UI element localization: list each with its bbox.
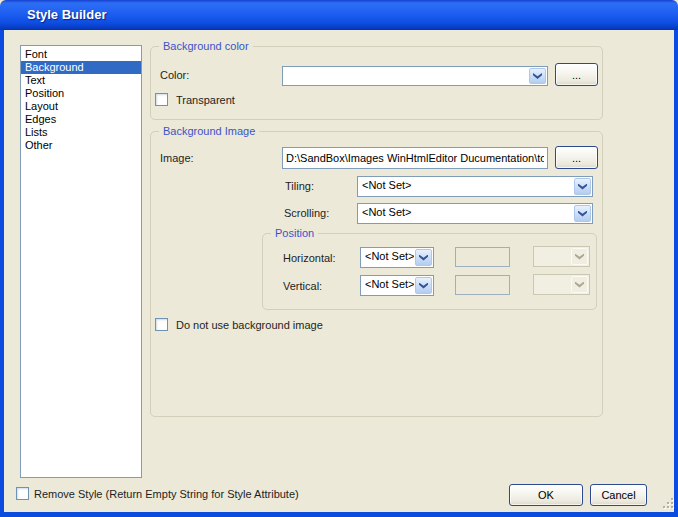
scrolling-combobox[interactable]: <Not Set> — [357, 203, 593, 224]
sidebar-item-edges[interactable]: Edges — [21, 113, 141, 126]
color-label: Color: — [160, 68, 189, 82]
no-background-image-checkbox[interactable] — [155, 318, 168, 331]
position-group: Position — [262, 233, 597, 310]
chevron-down-icon — [578, 211, 587, 217]
image-path-input[interactable] — [282, 147, 548, 169]
horizontal-unit-combobox[interactable] — [533, 246, 590, 267]
tiling-label: Tiling: — [285, 179, 314, 193]
chevron-down-icon — [575, 254, 584, 260]
remove-style-label: Remove Style (Return Empty String for St… — [34, 487, 299, 501]
window-border-bottom — [0, 512, 678, 517]
horizontal-value-input[interactable] — [455, 247, 510, 267]
window-border-right — [674, 30, 678, 517]
sidebar-item-layout[interactable]: Layout — [21, 100, 141, 113]
sidebar-item-other[interactable]: Other — [21, 139, 141, 152]
vertical-value-input[interactable] — [455, 275, 510, 295]
horizontal-label: Horizontal: — [283, 251, 336, 265]
sidebar-item-font[interactable]: Font — [21, 48, 141, 61]
color-dropdown-button[interactable] — [529, 68, 546, 84]
window-title: Style Builder — [27, 0, 106, 29]
vertical-unit-combobox[interactable] — [533, 274, 590, 295]
chevron-down-icon — [533, 73, 542, 79]
color-combobox[interactable] — [282, 66, 548, 86]
title-bar[interactable]: Style Builder — [0, 0, 678, 30]
position-group-title: Position — [271, 227, 318, 240]
chevron-down-icon — [419, 283, 428, 289]
horizontal-unit-dropdown-button[interactable] — [571, 248, 588, 265]
horizontal-combobox[interactable]: <Not Set> — [360, 247, 434, 268]
sidebar-item-lists[interactable]: Lists — [21, 126, 141, 139]
background-image-group-title: Background Image — [159, 125, 259, 138]
vertical-combobox[interactable]: <Not Set> — [360, 275, 434, 296]
vertical-label: Vertical: — [283, 279, 322, 293]
chevron-down-icon — [575, 282, 584, 288]
background-color-group-title: Background color — [159, 40, 253, 53]
chevron-down-icon — [419, 255, 428, 261]
sidebar-item-background[interactable]: Background — [21, 61, 141, 74]
no-background-image-label: Do not use background image — [176, 318, 323, 332]
sidebar-item-text[interactable]: Text — [21, 74, 141, 87]
horizontal-combobox-value: <Not Set> — [365, 250, 414, 262]
tiling-combobox[interactable]: <Not Set> — [357, 176, 593, 197]
horizontal-dropdown-button[interactable] — [415, 249, 432, 266]
transparent-label: Transparent — [176, 93, 235, 107]
vertical-dropdown-button[interactable] — [415, 277, 432, 294]
remove-style-checkbox[interactable] — [16, 487, 29, 500]
vertical-unit-dropdown-button[interactable] — [571, 276, 588, 293]
category-listbox[interactable]: Font Background Text Position Layout Edg… — [20, 45, 142, 478]
style-builder-dialog: Style Builder Font Background Text Posit… — [0, 0, 678, 517]
vertical-combobox-value: <Not Set> — [365, 278, 414, 290]
tiling-dropdown-button[interactable] — [574, 178, 591, 195]
transparent-checkbox[interactable] — [155, 93, 168, 106]
sidebar-item-position[interactable]: Position — [21, 87, 141, 100]
ok-button[interactable]: OK — [509, 484, 583, 506]
cancel-button[interactable]: Cancel — [590, 484, 647, 506]
tiling-combobox-value: <Not Set> — [362, 179, 573, 191]
resize-grip[interactable] — [660, 498, 673, 511]
scrolling-combobox-value: <Not Set> — [362, 206, 573, 218]
window-border-left — [0, 30, 4, 517]
chevron-down-icon — [578, 184, 587, 190]
image-browse-button[interactable]: ... — [555, 146, 598, 169]
image-label: Image: — [160, 151, 194, 165]
scrolling-dropdown-button[interactable] — [574, 205, 591, 222]
scrolling-label: Scrolling: — [284, 206, 329, 220]
color-browse-button[interactable]: ... — [555, 63, 598, 86]
